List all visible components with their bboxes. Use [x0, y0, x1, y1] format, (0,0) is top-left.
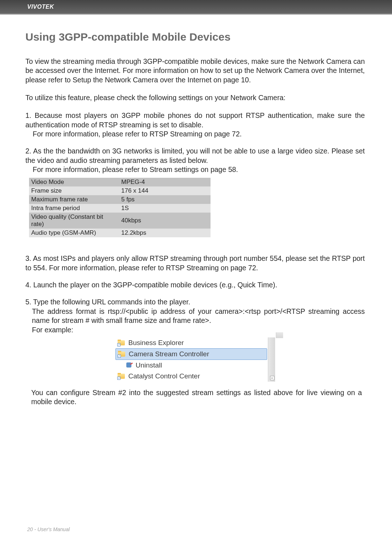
- instruction-item-4: 4. Launch the player on the 3GPP-compati…: [25, 280, 365, 290]
- cell-key: Video quality (Constant bit rate): [29, 213, 119, 229]
- final-note: You can configure Stream #2 into the sug…: [25, 388, 365, 407]
- cell-key: Video Mode: [29, 178, 119, 186]
- scrollbar-fragment: ≡: [268, 337, 275, 382]
- item2-main: 2. As the the bandwidth on 3G networks i…: [25, 147, 365, 164]
- cell-key: Intra frame period: [29, 204, 119, 213]
- instruction-item-3: 3. As most ISPs and players only allow R…: [25, 254, 365, 272]
- cell-key: Frame size: [29, 186, 119, 195]
- table-row: Maximum frame rate5 fps: [29, 195, 211, 204]
- scrollbar-fragment-top: [276, 332, 283, 338]
- menu-label: Catalyst Control Center: [128, 372, 200, 380]
- instruction-item-1: 1. Because most players on 3GPP mobile p…: [25, 111, 365, 139]
- brand-label: VIVOTEK: [27, 4, 54, 10]
- intro-paragraph: To view the streaming media through 3GPP…: [25, 57, 365, 85]
- menu-label: Business Explorer: [128, 339, 184, 347]
- uninstall-icon: [126, 362, 133, 369]
- page-content: Using 3GPP-compatible Mobile Devices To …: [0, 15, 392, 407]
- menu-item-catalyst-control-center[interactable]: ↗ Catalyst Control Center: [115, 371, 267, 382]
- instruction-item-5: 5. Type the following URL commands into …: [25, 297, 365, 334]
- cell-value: 176 x 144: [119, 186, 211, 195]
- folder-icon: ↗: [118, 340, 125, 346]
- menu-item-uninstall[interactable]: Uninstall: [115, 360, 267, 371]
- item5-line2: The address format is rtsp://<public ip …: [25, 307, 365, 325]
- menu-label: Uninstall: [136, 361, 162, 369]
- cell-key: Maximum frame rate: [29, 195, 119, 204]
- folder-icon: ↗: [118, 351, 125, 357]
- menu-item-camera-stream-controller[interactable]: ↗ Camera Stream Controller: [115, 348, 267, 360]
- menu-item-business-explorer[interactable]: ↗ Business Explorer: [115, 337, 267, 348]
- table-row: Audio type (GSM-AMR)12.2kbps: [29, 229, 211, 237]
- cell-value: 40kbps: [119, 213, 211, 229]
- instruction-item-2: 2. As the the bandwidth on 3G networks i…: [25, 147, 365, 174]
- table-row: Video quality (Constant bit rate)40kbps: [29, 213, 211, 229]
- page-footer: 20 - User's Manual: [27, 526, 70, 532]
- cell-key: Audio type (GSM-AMR): [29, 229, 119, 237]
- item1-main: 1. Because most players on 3GPP mobile p…: [25, 111, 365, 128]
- settings-table: Video ModeMPEG-4 Frame size176 x 144 Max…: [29, 178, 211, 237]
- check-settings-line: To utilize this feature, please check th…: [25, 93, 365, 102]
- page-title: Using 3GPP-compatible Mobile Devices: [25, 31, 365, 43]
- cell-value: 1S: [119, 204, 211, 213]
- menu-illustration: ↗ Business Explorer ↗ Camera Stream Cont…: [115, 337, 275, 382]
- menu-label: Camera Stream Controller: [129, 350, 209, 358]
- header-bar: VIVOTEK: [0, 0, 392, 15]
- item5-line1: 5. Type the following URL commands into …: [25, 298, 190, 306]
- cell-value: 12.2kbps: [119, 229, 211, 237]
- cell-value: MPEG-4: [119, 178, 211, 186]
- item1-sub: For more information, please refer to RT…: [25, 130, 365, 139]
- item2-sub: For more information, please refer to St…: [25, 165, 365, 174]
- scroll-indicator-icon: ≡: [270, 376, 274, 380]
- table-row: Intra frame period1S: [29, 204, 211, 213]
- cell-value: 5 fps: [119, 195, 211, 204]
- table-row: Frame size176 x 144: [29, 186, 211, 195]
- table-row: Video ModeMPEG-4: [29, 178, 211, 186]
- folder-icon: ↗: [118, 373, 125, 379]
- item5-line3: For example:: [25, 325, 365, 335]
